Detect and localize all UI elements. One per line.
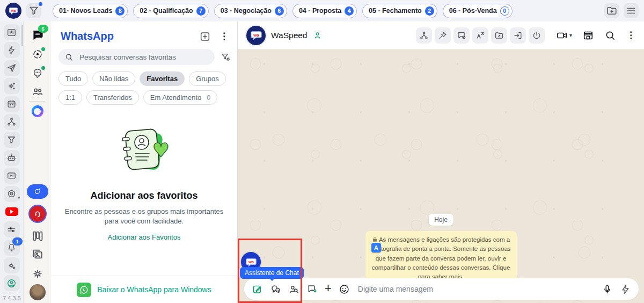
quick-message-button[interactable] <box>4 168 20 184</box>
whatsapp-icon <box>77 283 91 297</box>
encryption-notice[interactable]: As mensagens e ligações são protegidas c… <box>365 231 517 286</box>
stage-count-badge: 6 <box>275 6 284 16</box>
microphone-icon[interactable] <box>602 284 613 295</box>
end-session-button[interactable] <box>529 27 545 44</box>
nav-settings-button[interactable] <box>31 267 44 280</box>
add-folder-button[interactable] <box>604 3 619 18</box>
broadcast-button[interactable] <box>4 60 20 76</box>
translate-overlay-icon[interactable]: A <box>371 243 381 252</box>
account-button[interactable] <box>4 275 20 291</box>
bell-badge: 1 <box>12 237 23 246</box>
stage-label: 04 - Proposta <box>299 7 341 15</box>
sidebar-scrollbar[interactable] <box>21 25 23 46</box>
profile-avatar[interactable] <box>30 284 46 300</box>
stage-negociacao[interactable]: 03 - Negociação6 <box>214 4 287 18</box>
message-input[interactable] <box>357 284 595 294</box>
extension-sidebar: 1 7.4.3.5 <box>0 21 24 303</box>
download-banner[interactable]: Baixar o WhatsApp para Windows <box>51 276 237 303</box>
stage-pos-venda[interactable]: 06 - Pós-Venda0 <box>443 4 513 18</box>
chat-block-icon <box>457 31 466 40</box>
ai-tools-button[interactable] <box>4 78 20 94</box>
add-favorites-link[interactable]: Adicionar aos Favoritos <box>108 233 181 241</box>
version-label: 7.4.3.5 <box>0 295 21 301</box>
attach-plus-icon[interactable]: + <box>325 283 332 294</box>
stage-qualificacao[interactable]: 02 - Qualificação7 <box>133 4 208 18</box>
sparkles-icon <box>6 81 17 91</box>
emoji-icon[interactable] <box>339 284 350 295</box>
nav-channels-button[interactable] <box>32 67 43 79</box>
pipeline-filter-button[interactable] <box>26 3 41 18</box>
menu-button[interactable] <box>624 3 639 18</box>
org-flow-button[interactable] <box>416 27 432 44</box>
compose-icon[interactable] <box>252 284 263 295</box>
nav-support-button[interactable] <box>28 205 47 223</box>
translate-button[interactable] <box>472 27 488 44</box>
chip-favoritas[interactable]: Favoritas <box>140 71 185 86</box>
chip-tudo[interactable]: Tudo <box>58 71 88 86</box>
nav-media-button[interactable] <box>31 248 44 261</box>
contact-avatar[interactable]: wa <box>246 26 266 45</box>
person-search-icon[interactable] <box>288 284 299 295</box>
filter-settings-icon[interactable] <box>220 52 231 62</box>
stage-novos-leads[interactable]: 01- Novos Leads8 <box>53 4 128 18</box>
chip-grupos[interactable]: Grupos <box>189 71 226 86</box>
preferences-button[interactable] <box>4 221 20 237</box>
mute-chat-button[interactable] <box>453 27 470 44</box>
search-pill[interactable] <box>58 49 215 65</box>
nav-chats-button[interactable]: 5 <box>31 28 45 42</box>
chip-transferidos[interactable]: Transferidos <box>86 90 139 105</box>
spiral-icon <box>6 189 17 199</box>
search-icon[interactable] <box>604 30 616 41</box>
search-input[interactable] <box>78 53 213 62</box>
lightning-icon[interactable] <box>620 284 631 295</box>
kebab-menu-icon[interactable]: ⋮ <box>219 32 229 41</box>
recording-button[interactable] <box>4 186 20 202</box>
notifications-button[interactable]: 1 <box>4 240 20 256</box>
chip-1-1[interactable]: 1:1 <box>58 90 82 105</box>
chatbot-button[interactable] <box>4 150 20 166</box>
chip-em-atendimento[interactable]: Em Atendimento 0 <box>143 90 217 105</box>
settings-button[interactable] <box>4 257 20 273</box>
message-plus-icon <box>6 171 17 181</box>
new-chat-icon[interactable] <box>199 31 211 42</box>
move-to-folder-button[interactable] <box>491 27 507 44</box>
kebab-menu-icon[interactable]: ⋮ <box>626 31 635 40</box>
filter-tool-button[interactable] <box>4 132 20 148</box>
nav-communities-button[interactable] <box>31 84 45 98</box>
video-call-button[interactable]: ▾ <box>556 30 572 41</box>
chip-nao-lidas[interactable]: Não lidas <box>92 71 135 86</box>
transfer-chat-button[interactable] <box>510 27 526 44</box>
quick-actions-button[interactable] <box>4 42 20 58</box>
nav-kanban-columns-button[interactable] <box>31 229 44 243</box>
stage-proposta[interactable]: 04 - Proposta4 <box>292 4 357 18</box>
workflow-button[interactable] <box>4 114 20 130</box>
kanban-icon <box>6 27 17 38</box>
stage-label: 05 - Fechamento <box>369 7 422 15</box>
waspeed-logo[interactable]: wa <box>5 3 21 19</box>
native-header-icons: ▾ ⋮ <box>556 30 635 41</box>
contact-person-icon[interactable] <box>313 31 322 40</box>
whatsapp-panel-header: WhatsApp ⋮ <box>51 21 237 46</box>
contact-name[interactable]: WaSpeed <box>271 31 308 40</box>
nav-meta-ai-button[interactable] <box>32 105 43 117</box>
chevron-down-icon[interactable]: ▾ <box>18 195 20 200</box>
svg-text:♥: ♥ <box>152 139 169 161</box>
encryption-text: As mensagens e ligações são protegidas c… <box>371 236 510 280</box>
youtube-button[interactable] <box>4 204 20 220</box>
nav-status-button[interactable] <box>32 48 43 60</box>
panel-stack-icon[interactable] <box>582 30 594 41</box>
stage-fechamento[interactable]: 05 - Fechamento2 <box>362 4 437 18</box>
empty-description: Encontre as pessoas e os grupos mais imp… <box>64 207 225 226</box>
search-icon <box>64 53 74 62</box>
pin-chat-button[interactable] <box>435 27 451 44</box>
svg-text:wa: wa <box>11 9 16 12</box>
funnel-icon <box>6 135 17 145</box>
exit-arrow-icon <box>513 31 523 40</box>
kanban-button[interactable] <box>4 24 20 40</box>
quick-reply-download-icon[interactable] <box>306 284 318 295</box>
chip-count: 0 <box>207 94 210 102</box>
nav-sync-button[interactable] <box>27 184 48 199</box>
chat-bubbles-icon[interactable] <box>270 284 281 295</box>
pipeline-stages: 01- Novos Leads8 02 - Qualificação7 03 -… <box>53 4 599 18</box>
schedule-button[interactable] <box>4 96 20 112</box>
